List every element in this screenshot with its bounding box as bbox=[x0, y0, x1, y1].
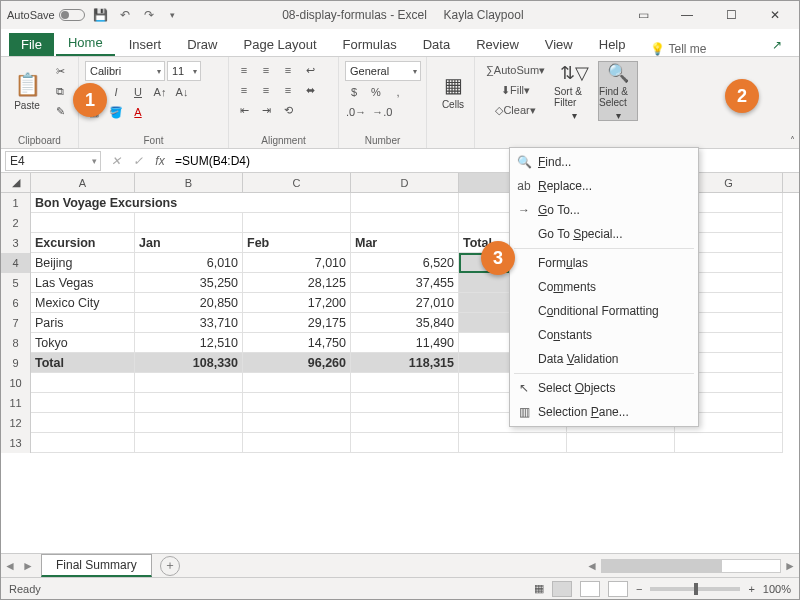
sheet-tab-final-summary[interactable]: Final Summary bbox=[41, 554, 152, 577]
cell[interactable] bbox=[351, 413, 459, 433]
cell[interactable] bbox=[351, 213, 459, 233]
cell[interactable]: 118,315 bbox=[351, 353, 459, 373]
cell[interactable] bbox=[243, 393, 351, 413]
fill-button[interactable]: ⬇ Fill ▾ bbox=[481, 81, 550, 99]
zoom-slider[interactable] bbox=[650, 587, 740, 591]
cell[interactable]: 29,175 bbox=[243, 313, 351, 333]
format-painter-icon[interactable]: ✎ bbox=[51, 102, 69, 120]
add-sheet-button[interactable]: ＋ bbox=[160, 556, 180, 576]
align-left-icon[interactable]: ≡ bbox=[235, 81, 253, 99]
increase-indent-icon[interactable]: ⇥ bbox=[257, 101, 275, 119]
align-bottom-icon[interactable]: ≡ bbox=[279, 61, 297, 79]
name-box[interactable]: E4 bbox=[5, 151, 101, 171]
fx-icon[interactable]: fx bbox=[149, 154, 171, 168]
tab-page-layout[interactable]: Page Layout bbox=[232, 33, 329, 56]
cell[interactable] bbox=[135, 373, 243, 393]
select-all-corner[interactable]: ◢ bbox=[1, 173, 31, 192]
align-right-icon[interactable]: ≡ bbox=[279, 81, 297, 99]
cell[interactable] bbox=[31, 413, 135, 433]
cell[interactable]: 7,010 bbox=[243, 253, 351, 273]
row-head[interactable]: 13 bbox=[1, 433, 31, 453]
maximize-icon[interactable]: ☐ bbox=[713, 1, 749, 29]
sheet-nav-next[interactable]: ► bbox=[19, 559, 37, 573]
cell[interactable] bbox=[135, 413, 243, 433]
cell[interactable]: Mar bbox=[351, 233, 459, 253]
cell[interactable]: Excursion bbox=[31, 233, 135, 253]
tab-file[interactable]: File bbox=[9, 33, 54, 56]
page-layout-view-icon[interactable] bbox=[580, 581, 600, 597]
hscroll-left[interactable]: ◄ bbox=[583, 559, 601, 573]
clear-button[interactable]: ◇ Clear ▾ bbox=[481, 101, 550, 119]
row-head[interactable]: 11 bbox=[1, 393, 31, 413]
increase-font-icon[interactable]: A↑ bbox=[151, 83, 169, 101]
cell[interactable] bbox=[135, 433, 243, 453]
row-head[interactable]: 5 bbox=[1, 273, 31, 293]
menu-comments[interactable]: Comments bbox=[510, 275, 698, 299]
currency-icon[interactable]: $ bbox=[345, 83, 363, 101]
cell[interactable] bbox=[31, 393, 135, 413]
sort-filter-button[interactable]: ⇅▽ Sort & Filter▾ bbox=[554, 61, 594, 121]
cell[interactable]: 11,490 bbox=[351, 333, 459, 353]
percent-icon[interactable]: % bbox=[367, 83, 385, 101]
cell[interactable]: 35,250 bbox=[135, 273, 243, 293]
qat-customize-icon[interactable]: ▾ bbox=[165, 7, 181, 23]
cell[interactable]: Paris bbox=[31, 313, 135, 333]
cell[interactable]: 6,010 bbox=[135, 253, 243, 273]
cell[interactable]: 108,330 bbox=[135, 353, 243, 373]
cell[interactable]: 33,710 bbox=[135, 313, 243, 333]
font-color-icon[interactable]: A bbox=[129, 103, 147, 121]
align-middle-icon[interactable]: ≡ bbox=[257, 61, 275, 79]
row-head[interactable]: 4 bbox=[1, 253, 31, 273]
menu-formulas[interactable]: Formulas bbox=[510, 251, 698, 275]
cut-icon[interactable]: ✂ bbox=[51, 62, 69, 80]
hscroll-right[interactable]: ► bbox=[781, 559, 799, 573]
cell[interactable] bbox=[243, 373, 351, 393]
normal-view-icon[interactable] bbox=[552, 581, 572, 597]
tab-insert[interactable]: Insert bbox=[117, 33, 174, 56]
menu-data-validation[interactable]: Data Validation bbox=[510, 347, 698, 371]
row-head[interactable]: 10 bbox=[1, 373, 31, 393]
menu-goto[interactable]: →Go To... bbox=[510, 198, 698, 222]
row-head[interactable]: 9 bbox=[1, 353, 31, 373]
menu-selection-pane[interactable]: ▥Selection Pane... bbox=[510, 400, 698, 424]
italic-button[interactable]: I bbox=[107, 83, 125, 101]
decrease-indent-icon[interactable]: ⇤ bbox=[235, 101, 253, 119]
redo-icon[interactable]: ↷ bbox=[141, 7, 157, 23]
row-head[interactable]: 1 bbox=[1, 193, 31, 213]
cell[interactable] bbox=[135, 393, 243, 413]
page-break-view-icon[interactable] bbox=[608, 581, 628, 597]
col-head-a[interactable]: A bbox=[31, 173, 135, 192]
cancel-icon[interactable]: ✕ bbox=[105, 154, 127, 168]
autosave-toggle[interactable]: AutoSave bbox=[7, 9, 85, 21]
wrap-text-icon[interactable]: ↩ bbox=[301, 61, 319, 79]
cell[interactable]: 37,455 bbox=[351, 273, 459, 293]
cell[interactable] bbox=[243, 213, 351, 233]
cell[interactable]: Tokyo bbox=[31, 333, 135, 353]
orientation-icon[interactable]: ⟲ bbox=[279, 101, 297, 119]
tab-home[interactable]: Home bbox=[56, 31, 115, 56]
increase-decimal-icon[interactable]: .0→ bbox=[345, 103, 367, 121]
comma-icon[interactable]: , bbox=[389, 83, 407, 101]
row-head[interactable]: 2 bbox=[1, 213, 31, 233]
col-head-d[interactable]: D bbox=[351, 173, 459, 192]
close-icon[interactable]: ✕ bbox=[757, 1, 793, 29]
cell[interactable]: Bon Voyage Excursions bbox=[31, 193, 243, 213]
cell[interactable]: 17,200 bbox=[243, 293, 351, 313]
row-head[interactable]: 8 bbox=[1, 333, 31, 353]
cell[interactable] bbox=[459, 433, 567, 453]
cell[interactable]: 14,750 bbox=[243, 333, 351, 353]
cell[interactable]: Mexico City bbox=[31, 293, 135, 313]
tab-help[interactable]: Help bbox=[587, 33, 638, 56]
cell[interactable]: 96,260 bbox=[243, 353, 351, 373]
share-button[interactable]: ↗ bbox=[763, 34, 791, 56]
merge-icon[interactable]: ⬌ bbox=[301, 81, 319, 99]
minimize-icon[interactable]: — bbox=[669, 1, 705, 29]
tab-draw[interactable]: Draw bbox=[175, 33, 229, 56]
cell[interactable]: Beijing bbox=[31, 253, 135, 273]
menu-find[interactable]: 🔍Find... bbox=[510, 150, 698, 174]
row-head[interactable]: 7 bbox=[1, 313, 31, 333]
menu-select-objects[interactable]: ↖Select Objects bbox=[510, 376, 698, 400]
display-settings-icon[interactable]: ▦ bbox=[534, 582, 544, 595]
align-top-icon[interactable]: ≡ bbox=[235, 61, 253, 79]
cell[interactable] bbox=[31, 213, 135, 233]
